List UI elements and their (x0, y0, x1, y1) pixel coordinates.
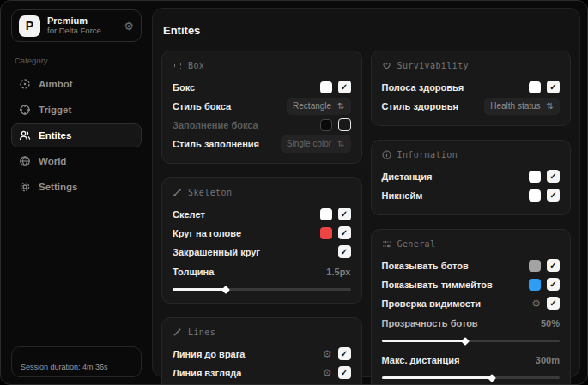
setting-label: Стиль бокса (173, 101, 231, 111)
card-general-header: General (382, 239, 561, 249)
checkbox[interactable] (338, 208, 351, 220)
slider-value: 50% (541, 318, 560, 328)
setting-row-visibility-check: Проверка видимости ⚙ (382, 294, 561, 312)
setting-row-show-bots: Показывать ботов (382, 256, 561, 274)
card-information-header: Information (382, 150, 561, 159)
gear-icon[interactable]: ⚙ (124, 20, 134, 33)
checkbox[interactable] (338, 81, 351, 93)
brand-card: P Premium for Delta Force ⚙ (11, 9, 142, 42)
setting-row-box-style: Стиль бокса Rectangle ⇅ (173, 97, 351, 115)
card-title: Lines (188, 328, 215, 337)
checkbox[interactable] (547, 81, 560, 93)
card-title: Information (397, 150, 458, 159)
gear-icon[interactable]: ⚙ (531, 298, 541, 309)
color-swatch[interactable] (320, 208, 332, 220)
checkbox[interactable] (547, 297, 560, 310)
heart-icon (382, 61, 391, 70)
slider-thumb[interactable] (488, 374, 496, 382)
brand-text: Premium for Delta Force (47, 15, 117, 36)
setting-row-nickname: Никнейм (382, 186, 561, 204)
color-swatch[interactable] (320, 119, 332, 131)
color-swatch[interactable] (529, 279, 541, 291)
chevrons-updown-icon: ⇅ (337, 101, 344, 111)
setting-row-distance: Дистанция (382, 167, 561, 185)
color-swatch[interactable] (320, 227, 332, 239)
card-title: Skeleton (188, 188, 232, 197)
app-window: P Premium for Delta Force ⚙ Category Aim… (0, 0, 588, 385)
setting-row-thickness: Толщина 1.5px (173, 262, 351, 291)
card-information: Information Дистанция Никнейм (371, 140, 572, 215)
session-duration-box: Session duration: 4m 36s (11, 346, 142, 377)
card-lines: Lines Линия до врага ⚙ Линия взгляда ⚙ (161, 317, 362, 385)
checkbox[interactable] (338, 366, 351, 379)
card-title: General (397, 239, 436, 249)
setting-row-filled-circle: Закрашенный круг (173, 243, 351, 261)
users-icon (19, 129, 31, 141)
setting-label: Толщина (173, 267, 214, 277)
setting-row-health-style: Стиль здоровья Health status ⇅ (382, 97, 561, 115)
box-style-select[interactable]: Rectangle ⇅ (287, 98, 350, 115)
brand-subtitle: for Delta Force (47, 27, 117, 36)
color-swatch[interactable] (529, 189, 541, 202)
card-box: Box Бокс Стиль бокса Rectangle ⇅ (161, 51, 362, 164)
slider-thumb[interactable] (221, 286, 230, 294)
gear-icon[interactable]: ⚙ (323, 368, 332, 378)
sidebar-item-trigget[interactable]: Trigget (11, 98, 142, 122)
sidebar-item-aimbot[interactable]: Aimbot (11, 72, 142, 96)
checkbox[interactable] (547, 278, 560, 291)
color-swatch[interactable] (529, 171, 541, 183)
checkbox[interactable] (338, 347, 351, 360)
fill-style-select[interactable]: Single color ⇅ (281, 135, 351, 153)
checkbox[interactable] (338, 226, 351, 239)
sidebar-item-entites[interactable]: Entites (11, 123, 142, 147)
bone-icon (173, 188, 182, 197)
card-general: General Показывать ботов Показывать тимм… (371, 229, 572, 385)
card-survivability: Survivability Полоса здоровья Стиль здор… (371, 51, 572, 126)
card-title: Survivability (397, 61, 469, 70)
setting-label: Заполнение бокса (173, 120, 258, 130)
color-swatch[interactable] (529, 260, 541, 272)
health-style-select[interactable]: Health status ⇅ (484, 98, 560, 115)
color-swatch[interactable] (529, 81, 541, 93)
checkbox[interactable] (338, 118, 351, 131)
sidebar-item-label: Aimbot (39, 79, 73, 89)
select-value: Health status (490, 101, 540, 111)
globe-icon (19, 155, 31, 167)
slider-value: 1.5px (326, 267, 350, 277)
checkbox[interactable] (547, 189, 560, 202)
setting-label: Скелет (173, 209, 205, 220)
select-value: Rectangle (293, 101, 331, 111)
slider-thumb[interactable] (461, 337, 470, 346)
thickness-slider[interactable] (173, 288, 351, 291)
setting-row-head-circle: Круг на голове (173, 224, 351, 242)
checkbox[interactable] (547, 170, 560, 183)
chevrons-updown-icon: ⇅ (547, 101, 554, 111)
line-icon (173, 328, 182, 337)
brand-title: Premium (47, 15, 117, 27)
setting-label: Проверка видимости (382, 298, 482, 309)
gear-icon (19, 181, 31, 193)
card-skeleton: Skeleton Скелет Круг на голове (161, 177, 362, 304)
setting-row-skeleton: Скелет (173, 205, 351, 223)
box-icon (173, 61, 182, 70)
checkbox[interactable] (338, 245, 351, 258)
gear-icon[interactable]: ⚙ (323, 349, 332, 359)
sidebar: P Premium for Delta Force ⚙ Category Aim… (1, 1, 152, 384)
sidebar-nav: Aimbot Trigget Entites World Settings (11, 72, 142, 199)
setting-label: Стиль здоровья (382, 101, 458, 111)
setting-row-view-line: Линия взгляда ⚙ (173, 364, 351, 382)
sliders-icon (382, 239, 391, 249)
sidebar-item-world[interactable]: World (11, 149, 142, 173)
setting-label: Круг на голове (173, 228, 241, 238)
sidebar-item-settings[interactable]: Settings (11, 175, 142, 199)
max-distance-slider[interactable] (382, 376, 561, 379)
color-swatch[interactable] (320, 81, 332, 93)
checkbox[interactable] (547, 259, 560, 272)
setting-label: Бокс (173, 82, 195, 93)
select-value: Single color (287, 139, 331, 148)
setting-row-enemy-line: Линия до врага ⚙ (173, 345, 351, 363)
setting-label: Линия взгляда (173, 368, 241, 378)
setting-label: Закрашенный круг (173, 247, 260, 257)
info-icon (382, 150, 391, 159)
bot-opacity-slider[interactable] (382, 340, 561, 342)
